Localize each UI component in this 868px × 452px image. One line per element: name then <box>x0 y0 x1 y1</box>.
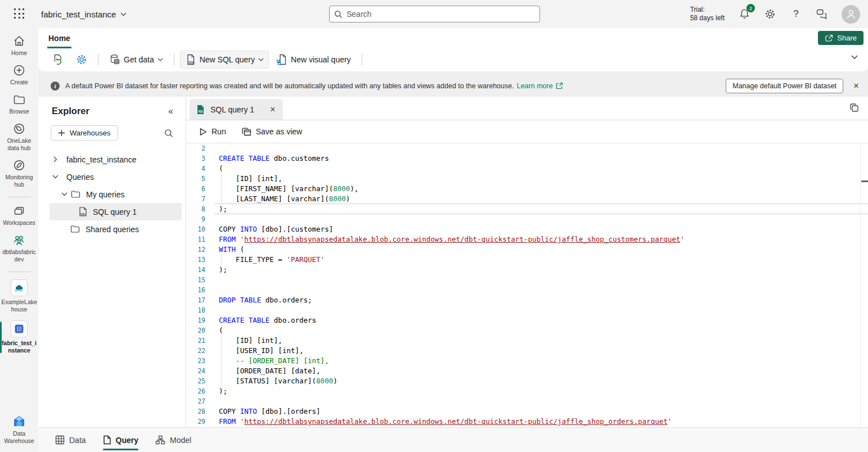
database-icon <box>109 54 120 65</box>
line-number: 13 <box>186 255 205 265</box>
code-line[interactable]: 5 [ID] [int], <box>186 174 868 184</box>
rail-item-monitoring-hub[interactable]: Monitoring hub <box>0 159 38 188</box>
add-warehouses-button[interactable]: Warehouses <box>51 125 118 141</box>
code-line[interactable]: 25 [STATUS] [varchar](8000) <box>186 376 868 386</box>
code-line[interactable]: 27 <box>186 396 868 406</box>
chevron-down-icon <box>52 175 59 179</box>
plus-circle-icon <box>13 64 25 76</box>
rail-item-onelake-data-hub[interactable]: OneLake data hub <box>0 123 38 152</box>
code-line[interactable]: 2 <box>186 143 868 153</box>
code-line[interactable]: 23 -- [ORDER_DATE] [int], <box>186 356 868 366</box>
code-line[interactable]: 16 <box>186 285 868 295</box>
rail-item-dbtlabsfabricdev[interactable]: dbtlabsfabricdev <box>0 234 38 263</box>
editor-scrollbar-thumb[interactable] <box>861 180 868 182</box>
sql-code-editor[interactable]: 23CREATE TABLE dbo.customers4(5 [ID] [in… <box>186 143 868 427</box>
tab-home[interactable]: Home <box>47 31 71 48</box>
line-number: 28 <box>186 406 205 417</box>
sql-file-icon: SQL <box>79 207 87 216</box>
warehouse-settings-button[interactable] <box>71 51 92 69</box>
refresh-button[interactable] <box>47 51 69 69</box>
rail-item-data-warehouse[interactable]: Data Warehouse <box>0 414 38 445</box>
new-visual-query-button[interactable]: New visual query <box>271 51 356 69</box>
collapse-ribbon-button[interactable] <box>851 55 858 59</box>
run-button[interactable]: Run <box>194 124 232 139</box>
code-line[interactable]: 3CREATE TABLE dbo.customers <box>186 153 868 164</box>
code-line[interactable]: 20( <box>186 326 868 336</box>
user-avatar[interactable] <box>842 5 860 24</box>
rail-item-create[interactable]: Create <box>0 64 38 86</box>
tab-sql-query-1[interactable]: SQL SQL query 1 × <box>190 99 283 120</box>
rail-item-examplelakehouse[interactable]: ExampleLakehouse <box>0 279 38 313</box>
code-line[interactable]: 22 [USER_ID] [int], <box>186 346 868 356</box>
ribbon: Home Share Get data SQL New SQL query Ne… <box>38 28 868 71</box>
new-sql-query-button[interactable]: SQL New SQL query <box>180 51 269 69</box>
code-line[interactable]: 21 [ID] [int], <box>186 336 868 346</box>
rail-item-fabric-test-instance[interactable]: fabric_test_instance <box>0 320 38 354</box>
share-button[interactable]: Share <box>818 31 863 45</box>
view-tab-data[interactable]: Data <box>55 428 86 452</box>
workspace-title[interactable]: fabric_test_instance <box>41 10 127 19</box>
rail-item-workspaces[interactable]: Workspaces <box>0 205 38 227</box>
help-button[interactable]: ? <box>790 8 802 20</box>
code-line[interactable]: 6 [FIRST_NAME] [varchar](8000), <box>186 184 868 194</box>
code-line[interactable]: 15 <box>186 275 868 285</box>
feedback-button[interactable] <box>816 8 828 20</box>
code-line[interactable]: 8); <box>186 204 868 214</box>
get-data-button[interactable]: Get data <box>104 51 168 69</box>
explorer-search-icon[interactable] <box>164 129 173 138</box>
line-number: 14 <box>186 265 205 275</box>
learn-more-link[interactable]: Learn more <box>517 82 553 90</box>
line-number: 9 <box>186 214 205 224</box>
workspace-title-label: fabric_test_instance <box>41 10 116 19</box>
explorer-tree: fabric_test_instance Queries My queries … <box>38 151 186 238</box>
rail-item-browse[interactable]: Browse <box>0 93 38 115</box>
code-line[interactable]: 7 [LAST_NAME] [varchar](8000) <box>186 194 868 204</box>
tree-item-queries[interactable]: Queries <box>38 168 186 186</box>
code-line[interactable]: 10COPY INTO [dbo].[customers] <box>186 224 868 234</box>
code-line[interactable]: 12WITH ( <box>186 245 868 255</box>
line-number: 11 <box>186 234 205 245</box>
banner-close-icon[interactable]: × <box>853 81 859 91</box>
chevron-right-icon <box>53 156 57 162</box>
tree-item-shared-queries[interactable]: Shared queries <box>38 220 186 238</box>
search-input[interactable] <box>347 10 535 19</box>
settings-button[interactable] <box>764 8 776 20</box>
top-bar: fabric_test_instance Trial: 58 days left… <box>0 0 868 28</box>
collapse-panel-icon[interactable]: « <box>168 106 173 116</box>
play-icon <box>200 128 207 136</box>
code-line[interactable]: 9 <box>186 214 868 224</box>
tree-item-my-queries[interactable]: My queries <box>38 186 186 203</box>
tree-item-warehouse[interactable]: fabric_test_instance <box>38 151 186 168</box>
code-line[interactable]: 28COPY INTO [dbo].[orders] <box>186 406 868 417</box>
line-number: 12 <box>186 245 205 255</box>
manage-dataset-button[interactable]: Manage default Power BI dataset <box>726 79 843 93</box>
code-line[interactable]: 19CREATE TABLE dbo.orders <box>186 315 868 326</box>
rail-item-home[interactable]: Home <box>0 35 38 57</box>
code-lines: 23CREATE TABLE dbo.customers4(5 [ID] [in… <box>186 143 868 427</box>
copy-icon[interactable] <box>849 103 859 112</box>
code-line[interactable]: 17DROP TABLE dbo.orders; <box>186 295 868 305</box>
code-line[interactable]: 24 [ORDER_DATE] [date], <box>186 366 868 376</box>
code-line[interactable]: 18 <box>186 305 868 315</box>
monitoring-icon <box>13 159 25 171</box>
code-line[interactable]: 29FROM 'https://dbtlabsynapsedatalake.bl… <box>186 417 868 427</box>
plus-icon <box>58 129 65 137</box>
tree-item-sql-query-1[interactable]: SQL SQL query 1 <box>50 203 182 220</box>
tab-close-icon[interactable]: × <box>270 105 275 115</box>
dataset-info-banner: i A default Power BI dataset for faster … <box>38 75 868 97</box>
view-tab-model[interactable]: Model <box>155 428 191 452</box>
code-line[interactable]: 4( <box>186 164 868 174</box>
global-search <box>329 6 540 22</box>
workspaces-icon <box>13 205 25 217</box>
code-line[interactable]: 13 FILE_TYPE = 'PARQUET' <box>186 255 868 265</box>
line-number: 18 <box>186 305 205 315</box>
app-launcher-icon[interactable] <box>14 8 25 20</box>
view-tab-query[interactable]: Query <box>103 428 138 452</box>
editor-scrollbar-divider <box>860 143 861 427</box>
code-line[interactable]: 26); <box>186 386 868 396</box>
code-line[interactable]: 14); <box>186 265 868 275</box>
notifications-button[interactable]: 2 <box>738 8 750 20</box>
code-line[interactable]: 11FROM 'https://dbtlabsynapsedatalake.bl… <box>186 234 868 245</box>
home-icon <box>13 35 25 47</box>
save-as-view-button[interactable]: Save as view <box>236 124 308 139</box>
